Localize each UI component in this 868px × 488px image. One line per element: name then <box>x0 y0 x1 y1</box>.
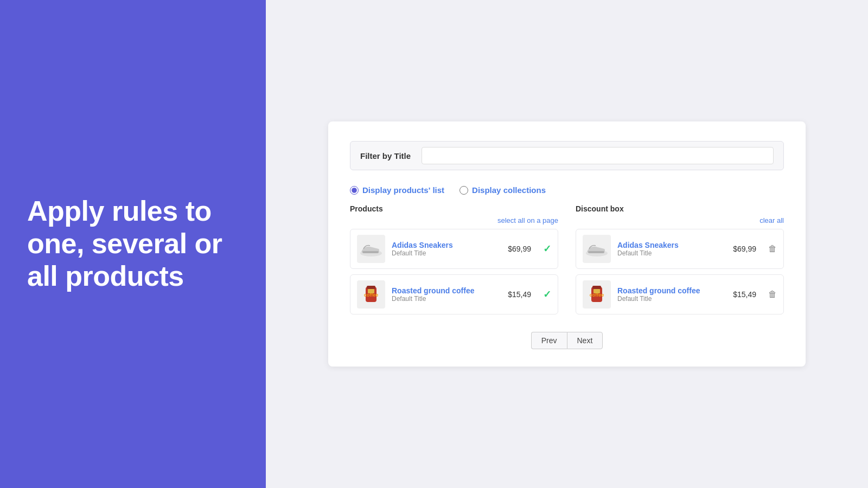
clear-all-action[interactable]: clear all <box>576 216 784 224</box>
product-thumbnail: coffee <box>583 280 611 309</box>
coffee-icon: coffee <box>584 281 610 307</box>
hero-heading: Apply rules to one, several or all produ… <box>27 195 239 292</box>
filter-input[interactable] <box>422 147 774 164</box>
filter-label: Filter by Title <box>360 151 411 160</box>
svg-rect-7 <box>588 251 604 253</box>
radio-row: Display products' list Display collectio… <box>350 185 784 195</box>
product-info: Roasted ground coffee Default Title <box>392 286 501 303</box>
product-name: Adidas Sneakers <box>392 241 501 249</box>
product-row: Adidas Sneakers Default Title $69,99 🗑 <box>576 229 784 269</box>
radio-products-option[interactable]: Display products' list <box>350 185 444 195</box>
delete-icon[interactable]: 🗑 <box>768 244 777 254</box>
radio-products-label: Display products' list <box>362 185 444 195</box>
svg-rect-9 <box>592 286 601 289</box>
discount-column-header: Discount box <box>576 204 784 213</box>
main-card: Filter by Title Display products' list D… <box>328 121 806 367</box>
product-info: Adidas Sneakers Default Title <box>392 241 501 257</box>
sneaker-icon <box>584 236 610 262</box>
product-name: Adidas Sneakers <box>617 241 726 249</box>
product-thumbnail <box>583 235 611 263</box>
product-variant: Default Title <box>392 249 501 257</box>
product-variant: Default Title <box>617 295 726 303</box>
products-column-header: Products <box>350 204 558 213</box>
delete-icon[interactable]: 🗑 <box>768 290 777 299</box>
pagination: Prev Next <box>350 332 784 349</box>
svg-rect-3 <box>367 286 375 289</box>
product-row: coffee Roasted ground coffee Default Tit… <box>576 274 784 314</box>
radio-collections-label: Display collections <box>472 185 546 195</box>
check-icon: ✓ <box>543 243 551 255</box>
right-panel: Filter by Title Display products' list D… <box>266 0 868 488</box>
svg-rect-1 <box>362 251 379 253</box>
svg-rect-5 <box>368 289 374 293</box>
product-name: Roasted ground coffee <box>617 286 726 295</box>
product-variant: Default Title <box>392 295 501 303</box>
products-column: Products select all on a page Adidas Sne… <box>350 204 558 320</box>
prev-button[interactable]: Prev <box>531 332 567 349</box>
product-price: $15,49 <box>508 290 531 299</box>
product-thumbnail: coffee <box>357 280 385 309</box>
left-panel: Apply rules to one, several or all produ… <box>0 0 266 488</box>
filter-row: Filter by Title <box>350 141 784 170</box>
coffee-icon: coffee <box>358 281 384 307</box>
product-row: coffee Roasted ground coffee Default Tit… <box>350 274 558 314</box>
product-price: $69,99 <box>733 245 756 253</box>
product-columns: Products select all on a page Adidas Sne… <box>350 204 784 320</box>
radio-collections-input[interactable] <box>459 186 468 195</box>
next-button[interactable]: Next <box>567 332 603 349</box>
sneaker-icon <box>358 236 384 262</box>
product-price: $69,99 <box>508 245 531 253</box>
discount-column: Discount box clear all Adidas Sneakers <box>576 204 784 320</box>
product-variant: Default Title <box>617 249 726 257</box>
radio-products-input[interactable] <box>350 186 359 195</box>
product-row: Adidas Sneakers Default Title $69,99 ✓ <box>350 229 558 269</box>
product-thumbnail <box>357 235 385 263</box>
product-info: Adidas Sneakers Default Title <box>617 241 726 257</box>
check-icon: ✓ <box>543 288 551 300</box>
product-name: Roasted ground coffee <box>392 286 501 295</box>
product-price: $15,49 <box>733 290 756 299</box>
select-all-action[interactable]: select all on a page <box>350 216 558 224</box>
radio-collections-option[interactable]: Display collections <box>459 185 546 195</box>
product-info: Roasted ground coffee Default Title <box>617 286 726 303</box>
svg-rect-11 <box>593 289 600 293</box>
